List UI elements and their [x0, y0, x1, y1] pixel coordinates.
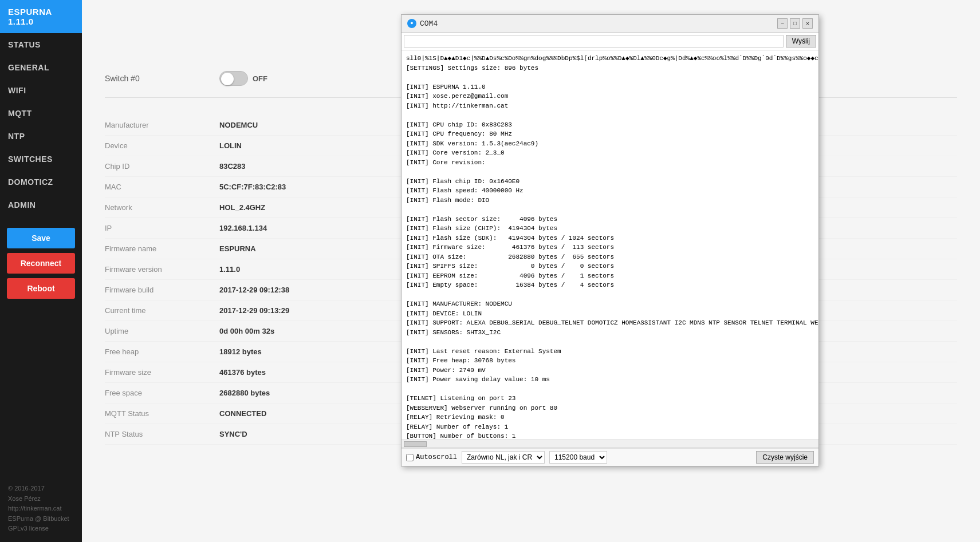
sidebar-item-domoticz[interactable]: DOMOTICZ [0, 171, 82, 193]
status-key: Firmware build [105, 286, 219, 294]
com-close-button[interactable]: ✕ [802, 18, 813, 29]
com-title-buttons: − □ ✕ [777, 18, 813, 29]
toggle-container: OFF [219, 71, 267, 86]
status-key: Free heap [105, 347, 219, 356]
status-key: Firmware size [105, 368, 219, 377]
status-value: 83C283 [219, 162, 246, 171]
com-footer: Autoscroll Zarówno NL, jak i CR 115200 b… [402, 448, 818, 466]
sidebar: ESPURNA 1.11.0 STATUS GENERAL WIFI MQTT … [0, 0, 82, 542]
com-hscroll-bar [404, 441, 427, 447]
status-key: Firmware version [105, 265, 219, 274]
com-autoscroll-row: Autoscroll [406, 453, 457, 461]
com-output[interactable]: sll0|%1S|D▲◆▲D1◆c|%%D▲Ds%c%Do%%gn%dog%%%… [402, 50, 818, 440]
status-value: 0d 00h 00m 32s [219, 327, 274, 335]
com-input[interactable] [404, 35, 784, 48]
com-send-button[interactable]: Wyślij [786, 35, 816, 48]
status-value: NODEMCU [219, 121, 258, 129]
status-key: Manufacturer [105, 121, 219, 129]
com-window: ● COM4 − □ ✕ Wyślij sll0|%1S|D▲◆▲D1◆c|%%… [401, 14, 819, 466]
status-key: Chip ID [105, 162, 219, 171]
status-key: MAC [105, 183, 219, 191]
sidebar-item-admin[interactable]: ADMIN [0, 193, 82, 216]
status-value: 192.168.1.134 [219, 224, 267, 232]
status-key: Current time [105, 306, 219, 315]
com-title-icon: ● [407, 19, 416, 28]
status-value: HOL_2.4GHZ [219, 203, 265, 212]
sidebar-title: ESPURNA 1.11.0 [0, 0, 82, 33]
status-key: Device [105, 141, 219, 150]
com-input-row: Wyślij [402, 33, 818, 50]
status-value: LOLIN [219, 141, 242, 150]
status-key: NTP Status [105, 430, 219, 438]
toggle-track[interactable] [219, 71, 248, 86]
com-baud-rate-select[interactable]: 115200 baud [549, 451, 607, 464]
sidebar-item-status[interactable]: STATUS [0, 33, 82, 56]
status-value: 461376 bytes [219, 368, 266, 377]
sidebar-item-ntp[interactable]: NTP [0, 125, 82, 148]
status-value: 2017-12-29 09:12:38 [219, 286, 289, 294]
toggle-thumb [221, 73, 234, 85]
com-autoscroll-checkbox[interactable] [406, 454, 414, 461]
sidebar-item-switches[interactable]: SWITCHES [0, 148, 82, 171]
com-maximize-button[interactable]: □ [790, 18, 800, 29]
status-value: ESPURNA [219, 244, 256, 253]
com-title-text: COM4 [420, 19, 438, 28]
status-key: Network [105, 203, 219, 212]
com-minimize-button[interactable]: − [777, 18, 788, 29]
sidebar-footer: © 2016-2017 Xose Pérez http://tinkerman.… [0, 476, 82, 542]
com-clear-button[interactable]: Czyste wyjście [756, 451, 814, 464]
com-title-left: ● COM4 [407, 19, 438, 28]
sidebar-item-general[interactable]: GENERAL [0, 56, 82, 79]
status-key: IP [105, 224, 219, 232]
sidebar-nav: STATUS GENERAL WIFI MQTT NTP SWITCHES DO… [0, 33, 82, 216]
status-value: SYNC'D [219, 430, 247, 438]
status-value: 5C:CF:7F:83:C2:83 [219, 183, 286, 191]
status-value: 2682880 bytes [219, 389, 270, 397]
com-titlebar: ● COM4 − □ ✕ [402, 15, 818, 33]
sidebar-item-wifi[interactable]: WIFI [0, 79, 82, 102]
save-button[interactable]: Save [7, 228, 75, 248]
status-value: 1.11.0 [219, 265, 240, 274]
status-value: 2017-12-29 09:13:29 [219, 306, 289, 315]
status-value: CONNECTED [219, 409, 266, 418]
sidebar-action-buttons: Save Reconnect Reboot [0, 228, 82, 299]
reboot-button[interactable]: Reboot [7, 278, 75, 299]
com-autoscroll-label: Autoscroll [416, 453, 457, 461]
toggle-state-label: OFF [253, 74, 267, 83]
status-key: Free space [105, 389, 219, 397]
status-key: Firmware name [105, 244, 219, 253]
status-value: 18912 bytes [219, 347, 262, 356]
reconnect-button[interactable]: Reconnect [7, 253, 75, 274]
status-key: MQTT Status [105, 409, 219, 418]
switch-label: Switch #0 [105, 74, 219, 83]
sidebar-item-mqtt[interactable]: MQTT [0, 102, 82, 125]
com-line-ending-select[interactable]: Zarówno NL, jak i CR [462, 451, 545, 464]
com-hscroll[interactable] [402, 440, 818, 448]
status-key: Uptime [105, 327, 219, 335]
